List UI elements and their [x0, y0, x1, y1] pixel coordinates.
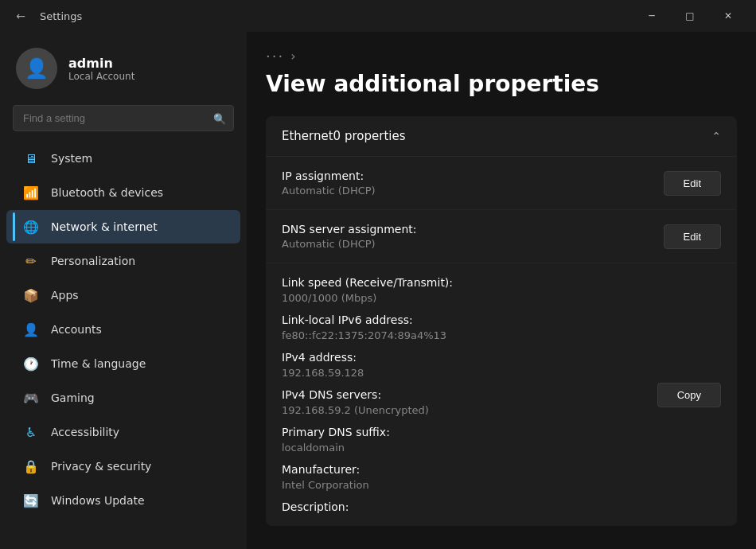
user-name: admin — [68, 56, 134, 71]
user-info: admin Local Account — [68, 56, 134, 82]
search-input[interactable] — [13, 105, 234, 131]
link-speed-label: Link speed (Receive/Transmit): — [282, 276, 641, 289]
card-header: Ethernet0 properties ⌃ — [266, 116, 737, 157]
minimize-button[interactable]: ─ — [633, 3, 670, 29]
copy-button[interactable]: Copy — [657, 383, 721, 407]
sidebar-item-label-network: Network & internet — [51, 220, 158, 233]
user-profile: 👤 admin Local Account — [0, 40, 247, 105]
privacy-icon: 🔒 — [22, 458, 40, 475]
ipv6-address-label: Link-local IPv6 address: — [282, 313, 641, 326]
ipv4-address-label: IPv4 address: — [282, 351, 641, 364]
sidebar-item-label-system: System — [51, 152, 92, 165]
apps-icon: 📦 — [22, 286, 40, 304]
ip-assignment-label: IP assignment: — [282, 169, 376, 182]
sidebar-item-label-gaming: Gaming — [51, 391, 95, 404]
card-title: Ethernet0 properties — [282, 129, 405, 143]
dns-assignment-label: DNS server assignment: — [282, 223, 417, 236]
link-speed-value: 1000/1000 (Mbps) — [282, 292, 641, 304]
maximize-button[interactable]: □ — [672, 3, 708, 29]
chevron-up-icon[interactable]: ⌃ — [711, 130, 721, 142]
accessibility-icon: ♿ — [22, 423, 40, 441]
sidebar-item-label-personalization: Personalization — [51, 255, 135, 267]
update-icon: 🔄 — [22, 492, 40, 509]
dns-assignment-info: DNS server assignment: Automatic (DHCP) — [282, 223, 417, 250]
sidebar-item-personalization[interactable]: ✏ Personalization — [6, 244, 240, 278]
breadcrumb-arrow: › — [290, 49, 295, 64]
sidebar-item-system[interactable]: 🖥 System — [6, 142, 240, 175]
properties-card: Ethernet0 properties ⌃ IP assignment: Au… — [266, 116, 737, 526]
breadcrumb: ··· › — [266, 48, 737, 64]
sidebar-item-label-apps: Apps — [51, 289, 79, 302]
ip-assignment-edit-button[interactable]: Edit — [664, 171, 721, 196]
dns-assignment-row: DNS server assignment: Automatic (DHCP) … — [266, 210, 737, 263]
time-icon: 🕐 — [22, 355, 40, 372]
sidebar: 👤 admin Local Account 🔍 🖥 System 📶 Bluet… — [0, 32, 247, 549]
search-box: 🔍 — [13, 105, 234, 131]
sidebar-item-network[interactable]: 🌐 Network & internet — [6, 210, 240, 243]
app-title: Settings — [40, 10, 82, 22]
accounts-icon: 👤 — [22, 321, 40, 338]
ipv4-dns-label: IPv4 DNS servers: — [282, 388, 641, 401]
ipv4-address-value: 192.168.59.128 — [282, 367, 641, 379]
sidebar-item-gaming[interactable]: 🎮 Gaming — [6, 381, 240, 415]
primary-dns-suffix-label: Primary DNS suffix: — [282, 426, 641, 438]
sidebar-item-bluetooth[interactable]: 📶 Bluetooth & devices — [6, 176, 240, 209]
sidebar-item-accounts[interactable]: 👤 Accounts — [6, 313, 240, 346]
sidebar-item-label-update: Windows Update — [51, 494, 145, 507]
ipv6-address-value: fe80::fc22:1375:2074:89a4%13 — [282, 329, 641, 341]
sidebar-item-accessibility[interactable]: ♿ Accessibility — [6, 415, 240, 449]
sidebar-item-label-accounts: Accounts — [51, 323, 102, 336]
sidebar-item-update[interactable]: 🔄 Windows Update — [6, 484, 240, 517]
sidebar-item-label-time: Time & language — [51, 357, 146, 370]
manufacturer-label: Manufacturer: — [282, 463, 641, 476]
sidebar-item-label-accessibility: Accessibility — [51, 426, 119, 438]
sidebar-item-privacy[interactable]: 🔒 Privacy & security — [6, 450, 240, 483]
user-type: Local Account — [68, 71, 134, 82]
bluetooth-icon: 📶 — [22, 184, 40, 201]
description-label: Description: — [282, 500, 641, 513]
personalization-icon: ✏ — [22, 252, 40, 270]
link-speed-details: Link speed (Receive/Transmit): 1000/1000… — [282, 276, 641, 513]
network-icon: 🌐 — [22, 218, 40, 236]
title-bar: ← Settings ─ □ ✕ — [0, 0, 756, 32]
close-button[interactable]: ✕ — [710, 3, 746, 29]
dns-assignment-edit-button[interactable]: Edit — [664, 224, 721, 249]
sidebar-item-label-privacy: Privacy & security — [51, 460, 151, 473]
avatar: 👤 — [16, 48, 57, 89]
ip-assignment-value: Automatic (DHCP) — [282, 185, 376, 197]
gaming-icon: 🎮 — [22, 389, 40, 407]
app-container: 👤 admin Local Account 🔍 🖥 System 📶 Bluet… — [0, 32, 756, 549]
dns-assignment-value: Automatic (DHCP) — [282, 238, 417, 250]
search-icon: 🔍 — [213, 112, 226, 124]
ip-assignment-info: IP assignment: Automatic (DHCP) — [282, 169, 376, 197]
back-button[interactable]: ← — [10, 5, 32, 27]
primary-dns-suffix-value: localdomain — [282, 442, 641, 454]
main-content: ··· › View additional properties Etherne… — [247, 32, 756, 549]
sidebar-item-time[interactable]: 🕐 Time & language — [6, 347, 240, 380]
sidebar-nav: 🖥 System 📶 Bluetooth & devices 🌐 Network… — [0, 141, 247, 518]
system-icon: 🖥 — [22, 150, 40, 167]
ipv4-dns-value: 192.168.59.2 (Unencrypted) — [282, 404, 641, 416]
sidebar-item-apps[interactable]: 📦 Apps — [6, 278, 240, 312]
link-speed-row: Link speed (Receive/Transmit): 1000/1000… — [266, 263, 737, 526]
ip-assignment-row: IP assignment: Automatic (DHCP) Edit — [266, 157, 737, 210]
window-controls: ─ □ ✕ — [633, 3, 746, 29]
sidebar-item-label-bluetooth: Bluetooth & devices — [51, 186, 163, 199]
breadcrumb-dots[interactable]: ··· — [266, 48, 284, 64]
page-title: View additional properties — [266, 71, 737, 97]
manufacturer-value: Intel Corporation — [282, 479, 641, 491]
